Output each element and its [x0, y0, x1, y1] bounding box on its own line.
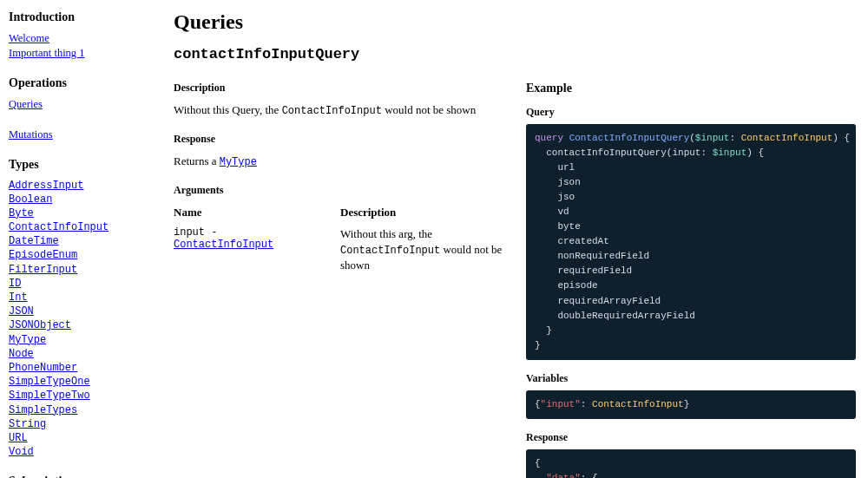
sidebar-link-queries[interactable]: Queries	[9, 97, 156, 112]
arg-name-header: Name	[174, 206, 321, 219]
sidebar-link-type[interactable]: ID	[9, 277, 156, 291]
sidebar-link-type[interactable]: JSON	[9, 304, 156, 318]
arg-name-cell: input - ContactInfoInput	[174, 226, 321, 251]
sidebar-section-types: Types AddressInputBooleanByteContactInfo…	[9, 158, 156, 460]
sidebar-link-type[interactable]: SimpleTypeTwo	[9, 389, 156, 403]
sidebar-link-type[interactable]: Int	[9, 291, 156, 304]
arg-type-link[interactable]: ContactInfoInput	[174, 239, 273, 251]
arguments-heading: Arguments	[174, 184, 505, 197]
sidebar-heading-intro: Introduction	[9, 10, 156, 24]
sidebar-link-welcome[interactable]: Welcome	[9, 31, 156, 46]
sidebar-link-mutations[interactable]: Mutations	[9, 128, 156, 142]
code-block-query: query ContactInfoInputQuery($input: Cont…	[526, 124, 856, 360]
left-column: Description Without this Query, the Cont…	[174, 82, 505, 478]
sidebar-section-intro: Introduction Welcome Important thing 1	[9, 10, 156, 61]
arg-desc-header: Description	[340, 206, 505, 219]
sidebar-link-type[interactable]: PhoneNumber	[9, 361, 156, 375]
sidebar-link-type[interactable]: SimpleTypeOne	[9, 375, 156, 389]
sidebar-link-type[interactable]: Byte	[9, 206, 156, 220]
sidebar-link-type[interactable]: ContactInfoInput	[9, 220, 156, 234]
response-type-link[interactable]: MyType	[220, 156, 257, 168]
sidebar: Introduction Welcome Important thing 1 O…	[0, 0, 165, 478]
sidebar-link-type[interactable]: URL	[9, 431, 156, 445]
inline-code-type: ContactInfoInput	[282, 105, 382, 117]
sidebar-link-type[interactable]: SimpleTypes	[9, 403, 156, 417]
sidebar-link-type[interactable]: Node	[9, 347, 156, 361]
sidebar-link-type[interactable]: EpisodeEnum	[9, 248, 156, 262]
sidebar-link-type[interactable]: Void	[9, 445, 156, 459]
right-column: Example Query query ContactInfoInputQuer…	[526, 82, 856, 478]
sidebar-heading-subs: Subscriptions	[9, 475, 156, 478]
example-heading: Example	[526, 82, 856, 95]
sidebar-section-ops: Operations Queries Mutations	[9, 76, 156, 142]
sidebar-link-type[interactable]: String	[9, 417, 156, 431]
sidebar-section-subs: Subscriptions myTypeUpdatedSubscription	[9, 475, 156, 478]
sidebar-heading-types: Types	[9, 158, 156, 172]
query-name-heading: contactInfoInputQuery	[174, 46, 856, 62]
sidebar-heading-ops: Operations	[9, 76, 156, 90]
main-content: Queries contactInfoInputQuery Descriptio…	[165, 0, 868, 478]
arguments-row: Name input - ContactInfoInput Descriptio…	[174, 206, 505, 272]
sidebar-link-type[interactable]: Boolean	[9, 193, 156, 206]
query-subhead: Query	[526, 106, 856, 119]
response-heading: Response	[174, 133, 505, 146]
code-block-variables: {"input": ContactInfoInput}	[526, 390, 856, 419]
description-text: Without this Query, the ContactInfoInput…	[174, 103, 505, 117]
sidebar-link-type[interactable]: AddressInput	[9, 179, 156, 193]
sidebar-link-type[interactable]: MyType	[9, 333, 156, 347]
sidebar-link-important[interactable]: Important thing 1	[9, 46, 156, 61]
code-block-response: { "data": { "contactInfoInputQuery": { "…	[526, 449, 856, 478]
arg-desc-cell: Without this arg, the ContactInfoInput w…	[340, 226, 505, 272]
description-heading: Description	[174, 82, 505, 95]
sidebar-link-type[interactable]: FilterInput	[9, 263, 156, 277]
sidebar-link-type[interactable]: DateTime	[9, 234, 156, 248]
response-text: Returns a MyType	[174, 154, 505, 168]
page-title: Queries	[174, 10, 856, 34]
resp-subhead: Response	[526, 431, 856, 444]
vars-subhead: Variables	[526, 372, 856, 385]
sidebar-link-type[interactable]: JSONObject	[9, 318, 156, 332]
